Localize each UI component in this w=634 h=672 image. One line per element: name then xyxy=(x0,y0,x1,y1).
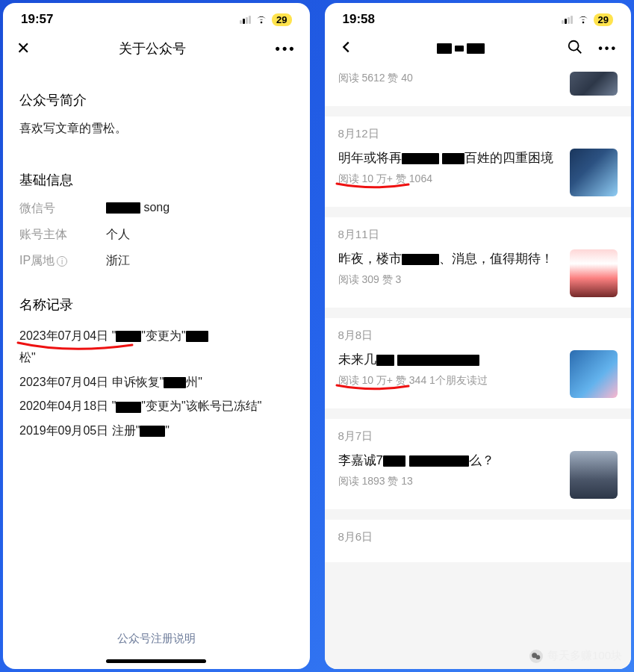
signal-icon xyxy=(562,16,573,24)
battery-indicator: 29 xyxy=(272,13,291,26)
account-title-censored xyxy=(437,43,485,54)
section-basic-title: 基础信息 xyxy=(19,171,293,189)
back-icon[interactable] xyxy=(338,39,355,58)
status-bar: 19:57 29 xyxy=(3,3,310,28)
intro-text: 喜欢写文章的雪松。 xyxy=(19,121,293,137)
wechat-label: 微信号 xyxy=(19,201,84,217)
history-item: 2020年04月18日 ""变更为"该帐号已冻结" xyxy=(19,396,293,417)
section-history-title: 名称记录 xyxy=(19,296,293,314)
clock: 19:58 xyxy=(343,12,375,27)
ip-label: IP属地i xyxy=(19,253,84,269)
home-indicator[interactable] xyxy=(106,659,206,663)
nav-bar: ✕ 关于公众号 ••• xyxy=(3,28,310,69)
search-icon[interactable] xyxy=(567,39,583,58)
article-thumbnail xyxy=(570,249,618,297)
wechat-icon xyxy=(529,650,543,663)
history-item: 2019年09月05日 注册"" xyxy=(19,420,293,442)
content-area: 公众号简介 喜欢写文章的雪松。 基础信息 微信号 song 账号主体 个人 IP… xyxy=(3,69,310,618)
subject-value: 个人 xyxy=(106,227,130,243)
phone-left: 19:57 29 ✕ 关于公众号 ••• 公众号简介 喜欢写文章的雪松。 基础信… xyxy=(3,3,310,669)
wechat-value: song xyxy=(106,201,170,217)
article-card[interactable]: 8月8日 未来几 阅读 10 万+ 赞 344 1个朋友读过 xyxy=(325,318,632,408)
wifi-icon xyxy=(577,13,589,25)
status-indicators: 29 xyxy=(562,13,613,26)
article-thumbnail xyxy=(570,350,618,398)
article-card[interactable]: 8月6日 xyxy=(325,520,632,562)
status-indicators: 29 xyxy=(240,13,291,26)
article-stats: 阅读 1893 赞 13 xyxy=(338,475,562,488)
article-title: 明年或将再 百姓的四重困境 xyxy=(338,149,562,168)
article-card[interactable]: 8月7日 李嘉诚7 么？ 阅读 1893 赞 13 xyxy=(325,419,632,509)
article-stats: 阅读 309 赞 3 xyxy=(338,273,562,287)
info-row-wechat: 微信号 song xyxy=(19,201,293,217)
article-card[interactable]: 8月11日 昨夜，楼市、消息，值得期待！ 阅读 309 赞 3 xyxy=(325,217,632,308)
subject-label: 账号主体 xyxy=(19,227,84,243)
watermark-text: 每天多赚100块 xyxy=(547,649,622,663)
svg-point-2 xyxy=(535,655,540,659)
article-date: 8月6日 xyxy=(338,530,618,544)
article-thumbnail xyxy=(570,149,618,196)
article-date: 8月12日 xyxy=(338,127,618,141)
ip-value: 浙江 xyxy=(106,253,130,269)
article-thumbnail xyxy=(570,451,618,499)
watermark: 每天多赚100块 xyxy=(529,649,622,663)
page-title: 关于公众号 xyxy=(30,40,276,57)
info-row-subject: 账号主体 个人 xyxy=(19,227,293,243)
history-item: 2023年07月04日 申诉恢复"州" xyxy=(19,372,293,393)
article-card[interactable]: 8月12日 明年或将再 百姓的四重困境 阅读 10 万+ 赞 1064 xyxy=(325,116,632,207)
history-item: 2023年07月04日 ""变更为"松" xyxy=(19,326,293,369)
signal-icon xyxy=(240,16,251,24)
more-icon[interactable]: ••• xyxy=(598,42,618,55)
info-row-ip: IP属地i 浙江 xyxy=(19,253,293,269)
article-card[interactable]: 阅读 5612 赞 40 xyxy=(325,69,632,106)
battery-indicator: 29 xyxy=(594,13,613,26)
close-icon[interactable]: ✕ xyxy=(16,39,30,58)
status-bar: 19:58 29 xyxy=(325,3,632,28)
svg-point-0 xyxy=(569,41,579,51)
footer-link[interactable]: 公众号注册说明 xyxy=(3,618,310,659)
article-title: 昨夜，楼市、消息，值得期待！ xyxy=(338,249,562,269)
info-icon[interactable]: i xyxy=(57,256,67,267)
article-feed[interactable]: 阅读 5612 赞 40 8月12日 明年或将再 百姓的四重困境 阅读 10 万… xyxy=(325,69,632,669)
phone-right: 19:58 29 ••• 阅读 5612 赞 40 xyxy=(325,3,632,669)
article-title: 李嘉诚7 么？ xyxy=(338,451,562,470)
article-title: 未来几 xyxy=(338,350,562,370)
wifi-icon xyxy=(255,13,267,25)
nav-bar: ••• xyxy=(325,28,632,69)
clock: 19:57 xyxy=(21,12,53,27)
article-date: 8月11日 xyxy=(338,228,618,242)
article-stats: 阅读 5612 赞 40 xyxy=(338,72,562,85)
article-date: 8月8日 xyxy=(338,329,618,343)
article-date: 8月7日 xyxy=(338,429,618,444)
more-icon[interactable]: ••• xyxy=(276,41,296,57)
article-thumbnail xyxy=(570,72,618,96)
section-intro-title: 公众号简介 xyxy=(19,91,293,109)
